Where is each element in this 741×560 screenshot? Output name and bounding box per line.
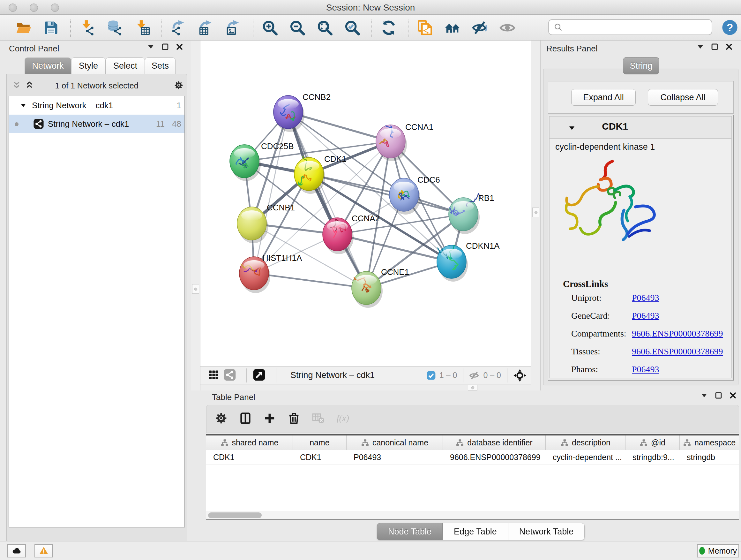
close-icon[interactable] — [725, 43, 733, 51]
network-node-CCNE1[interactable]: CCNE1 — [352, 267, 409, 308]
columns-button[interactable] — [239, 412, 263, 426]
column-header-canonical-name[interactable]: canonical name — [347, 435, 443, 450]
export-table-icon[interactable] — [198, 19, 214, 36]
zoom-in-button[interactable] — [260, 17, 280, 39]
table-cell[interactable]: P06493 — [347, 450, 443, 464]
network-node-RB1[interactable]: RB1 — [449, 193, 494, 234]
crosslink-link[interactable]: P06493 — [632, 364, 659, 374]
column-header-name[interactable]: name — [293, 435, 347, 450]
fx-icon[interactable]: f(x) — [336, 412, 349, 425]
export-table-button[interactable] — [196, 17, 216, 39]
delete-table-icon[interactable] — [312, 412, 325, 425]
crosslink-link[interactable]: P06493 — [632, 293, 659, 303]
scrollbar-thumb[interactable] — [208, 512, 262, 518]
network-edge[interactable] — [254, 273, 366, 288]
org-chart-icon[interactable] — [683, 439, 691, 447]
open-in-new-icon[interactable] — [253, 368, 266, 381]
import-database-icon[interactable] — [107, 19, 123, 36]
zoom-out-icon[interactable] — [289, 19, 306, 36]
gear-icon[interactable] — [215, 412, 227, 425]
collapse-icon[interactable] — [696, 43, 704, 51]
crosslink-link[interactable]: 9606.ENSP00000378699 — [632, 328, 723, 339]
float-icon[interactable] — [711, 43, 719, 51]
zoom-fit-button[interactable] — [315, 17, 335, 39]
hide-selected-button[interactable] — [470, 17, 490, 39]
save-session-icon[interactable] — [43, 19, 59, 36]
network-graph[interactable]: CCNB2 CCNA1 CDC25B CDK1 CDC6 — [200, 41, 531, 366]
org-chart-icon[interactable] — [361, 439, 369, 447]
column-header-database-identifier[interactable]: database identifier — [443, 435, 546, 450]
column-header-description[interactable]: description — [546, 435, 625, 450]
show-all-icon[interactable] — [499, 19, 516, 36]
tab-select[interactable]: Select — [106, 57, 145, 74]
gene-card-header[interactable]: CDK1 — [549, 117, 731, 138]
delete-table-button[interactable] — [312, 412, 336, 426]
clone-network-icon[interactable] — [417, 19, 433, 36]
column-header--id[interactable]: @id — [625, 435, 680, 450]
results-scroll-area[interactable]: CDK1 cyclin-dependent kinase 1 CrossLink… — [548, 115, 734, 381]
network-collection-row[interactable]: String Network – cdk1 1 — [9, 96, 185, 115]
selected-nodes-icon[interactable] — [426, 370, 436, 381]
show-all-button[interactable] — [497, 17, 518, 39]
table-cell[interactable]: 9606.ENSP00000378699 — [443, 450, 546, 464]
help-button[interactable]: ? — [721, 19, 738, 36]
float-icon[interactable] — [161, 43, 170, 51]
tab-edge-table[interactable]: Edge Table — [443, 523, 508, 540]
network-node-CDC6[interactable]: CDC6 — [389, 175, 440, 214]
save-session-button[interactable] — [41, 17, 61, 39]
org-chart-icon[interactable] — [639, 439, 648, 447]
gear-icon[interactable] — [174, 80, 184, 90]
tree-expanded-icon[interactable] — [568, 124, 576, 132]
clone-network-button[interactable] — [415, 17, 435, 39]
network-node-CDK1[interactable]: CDK1 — [294, 154, 346, 194]
table-cell[interactable]: stringdb — [680, 450, 739, 464]
export-image-button[interactable] — [223, 17, 244, 39]
tab-network[interactable]: Network — [24, 57, 71, 74]
warnings-button[interactable] — [35, 544, 53, 557]
network-edge[interactable] — [309, 174, 463, 214]
import-network-button[interactable] — [77, 17, 98, 39]
fx-button[interactable]: f(x) — [336, 412, 360, 426]
export-network-button[interactable] — [169, 17, 189, 39]
tree-expanded-icon[interactable] — [20, 102, 27, 109]
network-node-CCNB1[interactable]: CCNB1 — [237, 203, 295, 243]
expand-all-button[interactable]: Expand All — [571, 89, 636, 106]
network-node-CCNA2[interactable]: CCNA2 — [323, 213, 380, 254]
table-row[interactable]: CDK1CDK1P064939606.ENSP00000378699cyclin… — [206, 450, 739, 464]
network-node-HIST1H1A[interactable]: HIST1H1A — [239, 253, 302, 293]
table-cell[interactable]: cyclin-dependent ... — [546, 450, 625, 464]
export-network-icon[interactable] — [171, 19, 187, 36]
hide-selected-icon[interactable] — [472, 19, 488, 36]
trash-button[interactable] — [287, 412, 312, 426]
crosslink-link[interactable]: P06493 — [632, 311, 659, 321]
collapse-icon[interactable] — [700, 391, 709, 400]
zoom-selected-icon[interactable] — [344, 19, 360, 36]
table-cell[interactable]: stringdb:9... — [625, 450, 680, 464]
crosshair-icon[interactable] — [513, 369, 527, 382]
tab-node-table[interactable]: Node Table — [377, 523, 443, 540]
zoom-selected-button[interactable] — [342, 17, 362, 39]
collapse-all-button[interactable]: Collapse All — [648, 89, 718, 106]
zoom-in-icon[interactable] — [262, 19, 278, 36]
column-header-namespace[interactable]: namespace — [680, 435, 739, 450]
left-splitter[interactable] — [191, 41, 200, 390]
network-row[interactable]: String Network – cdk1 11 48 — [9, 115, 185, 133]
table-cell[interactable]: CDK1 — [206, 450, 293, 464]
trash-icon[interactable] — [287, 412, 300, 425]
import-database-button[interactable] — [105, 17, 125, 39]
network-canvas[interactable]: CCNB2 CCNA1 CDC25B CDK1 CDC6 — [200, 41, 531, 366]
close-icon[interactable] — [729, 391, 737, 400]
network-node-CCNB2[interactable]: CCNB2 — [273, 92, 331, 132]
close-icon[interactable] — [175, 43, 184, 51]
org-chart-icon[interactable] — [220, 439, 229, 447]
network-node-CDKN1A[interactable]: CDKN1A — [437, 241, 500, 282]
share-badge-icon[interactable] — [223, 368, 236, 381]
tab-network-table[interactable]: Network Table — [508, 523, 585, 540]
org-chart-icon[interactable] — [560, 439, 569, 447]
import-network-icon[interactable] — [79, 19, 96, 36]
zoom-fit-icon[interactable] — [317, 19, 333, 36]
tab-style[interactable]: Style — [71, 57, 106, 74]
import-table-button[interactable] — [132, 17, 152, 39]
grid-icon[interactable] — [208, 369, 219, 380]
open-session-button[interactable] — [13, 17, 34, 39]
